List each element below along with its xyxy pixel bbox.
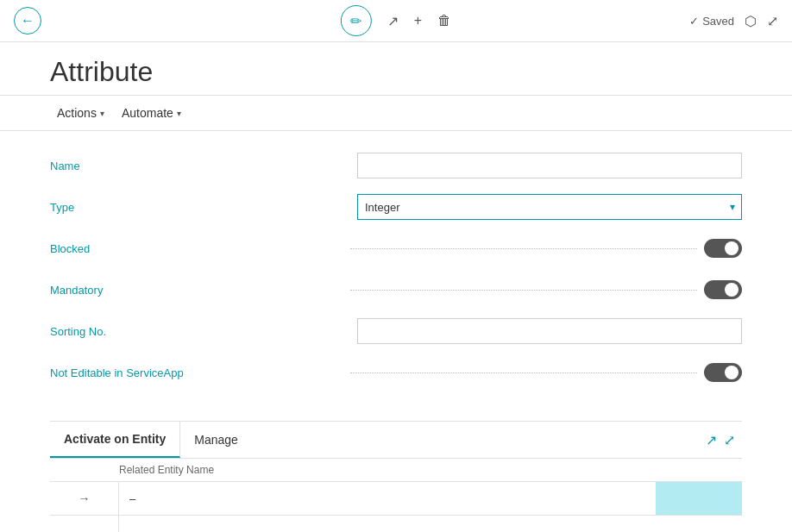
tab-manage[interactable]: Manage — [180, 422, 252, 457]
type-select[interactable]: IntegerTextBooleanDateDecimal — [357, 194, 742, 220]
tab-activate-on-entity[interactable]: Activate on Entity — [50, 422, 180, 458]
sorting-no-input[interactable] — [357, 318, 742, 344]
edit-icon: ✏ — [350, 13, 361, 29]
automate-button[interactable]: Automate ▾ — [115, 103, 188, 123]
action-bar: Actions ▾ Automate ▾ — [0, 96, 792, 131]
empty-arrow-cell — [50, 516, 119, 532]
table-row: → – — [50, 482, 742, 516]
row-entity-cell: – — [119, 485, 656, 512]
mandatory-toggle-track — [704, 280, 742, 299]
toolbar-center: ✏ ↗ + 🗑 — [341, 5, 451, 36]
mandatory-label: Mandatory — [50, 284, 343, 297]
share-icon: ↗ — [387, 13, 399, 29]
mandatory-dots — [350, 290, 697, 291]
actions-label: Actions — [57, 106, 97, 120]
edit-button[interactable]: ✏ — [341, 5, 372, 36]
sorting-no-row: Sorting No. — [50, 317, 742, 345]
row-arrow-icon: → — [79, 491, 91, 505]
blocked-toggle-track — [704, 239, 742, 258]
back-button[interactable]: ← — [14, 7, 41, 34]
mandatory-toggle[interactable] — [704, 280, 742, 299]
back-icon: ← — [21, 13, 35, 28]
mandatory-toggle-thumb — [725, 283, 739, 297]
add-button[interactable]: + — [414, 13, 422, 28]
sorting-no-label: Sorting No. — [50, 325, 343, 338]
not-editable-dots — [350, 372, 697, 373]
page-header: Attribute — [0, 42, 792, 96]
section-share-icon[interactable]: ↗ — [706, 432, 717, 448]
saved-status: ✓ Saved — [689, 15, 734, 28]
check-icon: ✓ — [689, 15, 699, 28]
name-input[interactable] — [357, 153, 742, 178]
form-section: Name Type IntegerTextBooleanDateDecimal … — [0, 131, 792, 421]
blocked-label: Blocked — [50, 242, 343, 255]
name-label: Name — [50, 160, 343, 172]
delete-button[interactable]: 🗑 — [437, 13, 451, 28]
fullscreen-button[interactable]: ⤢ — [767, 13, 778, 29]
row-highlight-cell — [656, 482, 742, 515]
actions-button[interactable]: Actions ▾ — [50, 103, 111, 123]
plus-icon: + — [414, 13, 422, 28]
share-button[interactable]: ↗ — [387, 13, 399, 29]
mandatory-row: Mandatory — [50, 276, 742, 304]
fullscreen-icon: ⤢ — [767, 13, 778, 29]
not-editable-toggle[interactable] — [704, 363, 742, 382]
not-editable-row: Not Editable in ServiceApp — [50, 359, 742, 386]
name-row: Name — [50, 152, 742, 179]
delete-icon: 🗑 — [437, 13, 451, 28]
blocked-toggle-thumb — [725, 241, 739, 255]
row-arrow-cell: → — [50, 482, 119, 515]
expand-icon: ⬡ — [745, 13, 757, 29]
blocked-toggle[interactable] — [704, 239, 742, 258]
row-entity-value: – — [129, 492, 135, 505]
section-expand-icon[interactable]: ⤢ — [724, 432, 735, 448]
not-editable-toggle-thumb — [725, 366, 739, 379]
section-tabs: Activate on Entity Manage ↗ ⤢ — [50, 422, 742, 459]
table-header: Related Entity Name — [50, 459, 742, 482]
type-label: Type — [50, 201, 343, 214]
actions-chevron-icon: ▾ — [100, 109, 104, 118]
not-editable-toggle-track — [704, 363, 742, 382]
table-empty-row — [50, 516, 742, 532]
table-section: Related Entity Name → – — [50, 459, 742, 532]
section-right-icons: ↗ ⤢ — [706, 432, 742, 448]
related-entity-name-header: Related Entity Name — [119, 464, 214, 476]
toolbar-right: ✓ Saved ⬡ ⤢ — [689, 13, 778, 29]
type-select-wrapper: IntegerTextBooleanDateDecimal ▾ — [357, 194, 742, 220]
not-editable-label: Not Editable in ServiceApp — [50, 366, 343, 379]
page-title: Attribute — [50, 56, 742, 88]
blocked-row: Blocked — [50, 235, 742, 262]
automate-label: Automate — [122, 106, 173, 120]
type-row: Type IntegerTextBooleanDateDecimal ▾ — [50, 193, 742, 221]
automate-chevron-icon: ▾ — [177, 109, 181, 118]
top-bar: ← ✏ ↗ + 🗑 ✓ Saved ⬡ ⤢ — [0, 0, 792, 42]
blocked-dots — [350, 248, 697, 249]
expand-button[interactable]: ⬡ — [745, 13, 757, 29]
bottom-section: Activate on Entity Manage ↗ ⤢ — [50, 421, 742, 459]
